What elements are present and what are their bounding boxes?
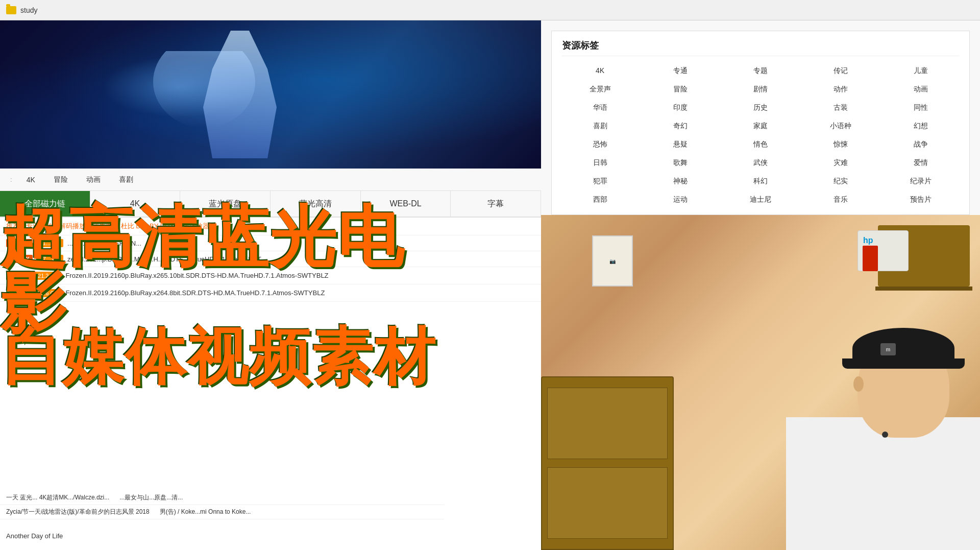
right-panel: 资源标签 4K 专通 专题 传记 儿童 全景声 冒险 剧情 动作 动画 华语 印… [541, 20, 980, 550]
badge-4k: 4K高清 [6, 288, 31, 298]
tag-ke-huan[interactable]: 科幻 [722, 175, 798, 188]
cabinet [541, 376, 674, 550]
tag-yin-du[interactable]: 印度 [642, 101, 718, 114]
table-row[interactable]: REMUX 57... GB zen.II.201...p.BluRay...M… [0, 251, 541, 267]
tab-4k-label: 4K [130, 199, 140, 208]
tag-xuan-yi[interactable]: 悬疑 [642, 138, 718, 151]
tag-4k[interactable]: 4K [22, 174, 39, 186]
main-content: : 4K 冒险 动画 喜剧 全部磁力链 4K 蓝光原盘 蓝光高清 WEB-DL [0, 20, 980, 550]
tag-ri-han[interactable]: 日韩 [562, 156, 638, 170]
tag-ge-wu[interactable]: 歌舞 [642, 156, 718, 170]
table-row[interactable]: 4K高清 21.2 GB Frozen.II.2019.2160p.BluRay… [0, 267, 541, 284]
tab-webdl-label: WEB-DL [389, 199, 421, 208]
tag-xi-ju[interactable]: 喜剧 [562, 119, 638, 133]
rec-text: 推荐用专业播放机解码播放！优先首选 杜比 DOLBY BOX 蓝光播放器 [0, 218, 541, 235]
tag-animation[interactable]: 动画 [82, 173, 105, 186]
tag-huan-xiang[interactable]: 幻想 [883, 119, 959, 133]
tab-all-magnet-label: 全部磁力链 [24, 199, 65, 209]
tag-mao-xian[interactable]: 冒险 [642, 83, 718, 96]
microphone-dot [882, 432, 888, 438]
overlay-text-2-content: 自媒体视频素材 [0, 323, 436, 391]
tag-zhan-zheng[interactable]: 战争 [883, 138, 959, 151]
tag-wu-xia[interactable]: 武侠 [722, 156, 798, 170]
bottom-row-2-col1: Zycia/节一天/战地雷达(版)/革命前夕的日志风景 2018 [6, 508, 150, 516]
tag-hua-yu[interactable]: 华语 [562, 101, 638, 114]
badge-4k: 4K高清 [6, 271, 31, 280]
overlay-text-2: 自媒体视频素材 [0, 327, 439, 388]
tag-zai-nan[interactable]: 灾难 [803, 156, 879, 170]
file-size: 11... GB [37, 239, 63, 247]
tab-bluray-original[interactable]: 蓝光原盘 [180, 191, 271, 217]
cabinet-door-left [547, 388, 668, 459]
folder-icon [6, 6, 16, 14]
tag-dong-hua[interactable]: 动画 [883, 83, 959, 96]
tags-bar-prefix: : [10, 176, 12, 183]
tag-jing-song[interactable]: 惊悚 [803, 138, 879, 151]
tab-all-magnet[interactable]: 全部磁力链 [0, 191, 90, 217]
red-booklet [863, 246, 878, 271]
tag-er-tong[interactable]: 儿童 [883, 64, 959, 78]
bottom-row-1-col1: 一天 蓝光... 4K超清MK.../Walcze.dzi... [6, 493, 109, 502]
tag-jia-ting[interactable]: 家庭 [722, 119, 798, 133]
tag-ju-qing[interactable]: 剧情 [722, 83, 798, 96]
tag-xi-bu[interactable]: 西部 [562, 193, 638, 206]
tab-bluray-original-label: 蓝光原盘 [209, 199, 241, 209]
tag-fan-zui[interactable]: 犯罪 [562, 175, 638, 188]
table-row[interactable]: REMUX 11... GB ...HD.BluRay...TERMiN... [0, 235, 541, 251]
table-row[interactable]: 4K高清 21.6 GB Frozen.II.2019.2160p.BluRay… [0, 284, 541, 302]
cabinet-door-right [547, 467, 668, 539]
cap-brim [842, 358, 965, 369]
tags-grid: 4K 专通 专题 传记 儿童 全景声 冒险 剧情 动作 动画 华语 印度 历史 … [562, 64, 959, 206]
file-list: REMUX 11... GB ...HD.BluRay...TERMiN... … [0, 235, 541, 302]
top-bar: study [0, 0, 980, 20]
tag-xiao-yu-zhong[interactable]: 小语种 [803, 119, 879, 133]
tag-comedy[interactable]: 喜剧 [115, 173, 137, 186]
tag-gu-zhuang[interactable]: 古装 [803, 101, 879, 114]
tag-quan-jing-sheng[interactable]: 全景声 [562, 83, 638, 96]
badge-remux: REMUX [6, 255, 33, 263]
tag-zhuan-tong[interactable]: 专通 [642, 64, 718, 78]
tag-ji-shi[interactable]: 纪实 [803, 175, 879, 188]
tags-section-title: 资源标签 [562, 39, 959, 56]
tag-disney[interactable]: 迪士尼 [722, 193, 798, 206]
tag-yin-yue[interactable]: 音乐 [803, 193, 879, 206]
tag-chuan-ji[interactable]: 传记 [803, 64, 879, 78]
tag-qi-huan[interactable]: 奇幻 [642, 119, 718, 133]
tag-qing-se[interactable]: 情色 [722, 138, 798, 151]
person: m [786, 325, 980, 550]
tag-li-shi[interactable]: 历史 [722, 101, 798, 114]
file-size: 21.6 GB [35, 289, 61, 297]
tab-bluray-hd-label: 蓝光高清 [299, 199, 332, 209]
hero-area [0, 20, 541, 169]
tab-subtitle[interactable]: 字幕 [451, 191, 541, 217]
tag-dong-zuo[interactable]: 动作 [803, 83, 879, 96]
rec-text-highlight: 杜比 DOLBY BOX 蓝光播放器 [121, 222, 209, 230]
tag-yun-dong[interactable]: 运动 [642, 193, 718, 206]
another-day-text: Another Day of Life [6, 532, 63, 540]
tab-4k[interactable]: 4K [90, 191, 181, 217]
tag-ai-qing[interactable]: 爱情 [883, 156, 959, 170]
file-name: Frozen.II.2019.2160p.BluRay.x264.8bit.SD… [65, 289, 535, 297]
tag-kong-bu[interactable]: 恐怖 [562, 138, 638, 151]
ear [853, 376, 864, 392]
tags-section: 资源标签 4K 专通 专题 传记 儿童 全景声 冒险 剧情 动作 动画 华语 印… [551, 31, 970, 215]
person-body: m [786, 325, 980, 550]
bottom-row-1: 一天 蓝光... 4K超清MK.../Walcze.dzi... ...最女与山… [0, 491, 444, 505]
tag-4k-btn[interactable]: 4K [562, 64, 638, 78]
tab-bluray-hd[interactable]: 蓝光高清 [271, 191, 361, 217]
file-name: zen.II.201...p.BluRay...MKV...H...C.DTS-… [67, 255, 535, 263]
tag-tong-xing[interactable]: 同性 [883, 101, 959, 114]
left-panel: : 4K 冒险 动画 喜剧 全部磁力链 4K 蓝光原盘 蓝光高清 WEB-DL [0, 20, 541, 550]
tag-adventure[interactable]: 冒险 [50, 173, 72, 186]
bottom-rows: 一天 蓝光... 4K超清MK.../Walcze.dzi... ...最女与山… [0, 491, 444, 519]
bottom-row-2: Zycia/节一天/战地雷达(版)/革命前夕的日志风景 2018 男(告) / … [0, 505, 444, 519]
tag-zhuan-ti[interactable]: 专题 [722, 64, 798, 78]
tag-ji-lu-pian[interactable]: 纪录片 [883, 175, 959, 188]
tag-shen-mi[interactable]: 神秘 [642, 175, 718, 188]
tab-webdl[interactable]: WEB-DL [361, 191, 451, 217]
badge-remux: REMUX [6, 239, 33, 247]
wall-photo: 📷 [592, 235, 633, 286]
bottom-row-1-col2: ...最女与山...原盘...清... [119, 493, 183, 502]
file-name: ...HD.BluRay...TERMiN... [67, 240, 535, 247]
tag-yu-gao-pian[interactable]: 预告片 [883, 193, 959, 206]
